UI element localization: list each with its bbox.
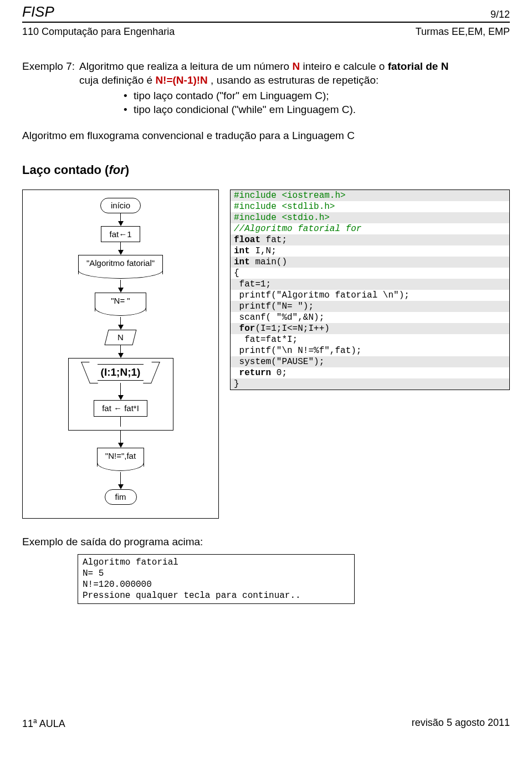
fc-for-header: (I:1;N;1) xyxy=(86,362,155,383)
example-body: Algoritmo que realiza a leitura de um nú… xyxy=(79,60,510,119)
code-l8: { xyxy=(231,268,509,279)
fc-inicio: início xyxy=(100,198,141,213)
code-l1: #include <iostream.h> xyxy=(234,191,346,201)
flowchart: início fat←1 "Algoritmo fatorial" "N= " … xyxy=(22,190,219,519)
t: AULA xyxy=(37,718,65,729)
var-n: N xyxy=(292,60,300,72)
code-l2: #include <stdlib.h> xyxy=(234,202,335,212)
page-number: 9/12 xyxy=(490,9,510,21)
example-label: Exemplo 7: xyxy=(22,60,75,119)
header-top: FISP 9/12 xyxy=(22,3,510,23)
code-l4: //Algoritmo fatorial for xyxy=(234,224,361,234)
fatorial-n: fatorial de N xyxy=(388,60,449,72)
bullet-list: tipo laço contado ("for" em Linguagem C)… xyxy=(124,89,510,116)
code-l17: system("PAUSE"); xyxy=(231,356,509,367)
example-heading: Exemplo 7: Algoritmo que realiza a leitu… xyxy=(22,60,510,119)
t: N xyxy=(117,332,124,342)
t: a xyxy=(33,717,37,725)
code-l13a: for xyxy=(234,324,255,334)
code-l16: printf("\n N!=%f",fat); xyxy=(231,345,509,356)
fc-loop: (I:1;N;1) fat ← fat*I xyxy=(28,358,213,431)
bullet-while: tipo laço condicional ("while" em Lingua… xyxy=(124,103,510,117)
code-l14: fat=fat*I; xyxy=(231,334,509,345)
code-l18b: 0; xyxy=(271,368,287,378)
fc-assign-fat1: fat←1 xyxy=(101,226,140,243)
t: Algoritmo que realiza a leitura de um nú… xyxy=(79,60,292,72)
t: (I:1;N;1) xyxy=(98,364,144,381)
t: Laço contado ( xyxy=(22,163,109,177)
t: cuja definição é xyxy=(79,74,155,86)
out-l3: N!=120.000000 xyxy=(83,580,152,590)
fc-print-n: "N= " xyxy=(95,293,146,312)
output-label: Exemplo de saída do programa acima: xyxy=(22,535,510,549)
code-l13b: (I=1;I<=N;I++) xyxy=(255,324,329,334)
t: tipo laço condicional ("while" em Lingua… xyxy=(134,104,356,115)
subheading-laco: Laço contado (for) xyxy=(22,162,510,178)
output-box: Algoritmo fatorial N= 5 N!=120.000000 Pr… xyxy=(78,554,355,604)
turmas: Turmas EE,EM, EMP xyxy=(416,26,510,38)
brand: FISP xyxy=(22,3,54,21)
code-l18a: return xyxy=(234,368,271,378)
code-l5a: float xyxy=(234,235,260,245)
code-l9: fat=1; xyxy=(231,279,509,290)
out-l2: N= 5 xyxy=(83,569,104,578)
out-l1: Algoritmo fatorial xyxy=(83,557,178,567)
fc-assign-fatmul: fat ← fat*I xyxy=(94,400,147,417)
code-l6b: I,N; xyxy=(250,246,277,256)
footer-left: 11a AULA xyxy=(22,717,65,730)
code-l6a: int xyxy=(234,246,250,256)
t: tipo laço contado ("for" em Linguagem C)… xyxy=(134,90,329,101)
t: for xyxy=(109,163,125,177)
header-sub: 110 Computação para Engenharia Turmas EE… xyxy=(22,26,510,38)
paragraph-fluxograma: Algoritmo em fluxograma convencional e t… xyxy=(22,129,510,143)
footer-right: revisão 5 agosto 2011 xyxy=(412,717,510,730)
code-l10: printf("Algoritmo fatorial \n"); xyxy=(231,290,509,301)
out-l4: Pressione qualquer tecla para continuar.… xyxy=(83,591,301,601)
footer: 11a AULA revisão 5 agosto 2011 xyxy=(22,715,510,730)
code-l3: #include <stdio.h> xyxy=(234,213,330,223)
code-l19: } xyxy=(231,378,509,390)
code-listing: #include <iostream.h> #include <stdlib.h… xyxy=(230,190,510,390)
code-l7b: main() xyxy=(250,257,287,267)
t: , usando as estruturas de repetição: xyxy=(208,74,378,86)
course-name: 110 Computação para Engenharia xyxy=(22,26,175,38)
code-l11: printf("N= "); xyxy=(231,301,509,312)
code-l12: scanf( "%d",&N); xyxy=(231,312,509,323)
fc-input-n: N xyxy=(106,330,135,345)
t: ) xyxy=(125,163,129,177)
fc-fim: fim xyxy=(105,489,137,505)
t: 11 xyxy=(22,718,33,729)
code-l7a: int xyxy=(234,257,250,267)
t: inteiro e calcule o xyxy=(300,60,387,72)
fc-print-title: "Algoritmo fatorial" xyxy=(78,255,163,274)
fc-print-result: "N!=",fat xyxy=(97,448,144,467)
bullet-for: tipo laço contado ("for" em Linguagem C)… xyxy=(124,89,510,103)
code-l5b: fat; xyxy=(260,235,287,245)
def-expr: N!=(N-1)!N xyxy=(155,74,207,86)
